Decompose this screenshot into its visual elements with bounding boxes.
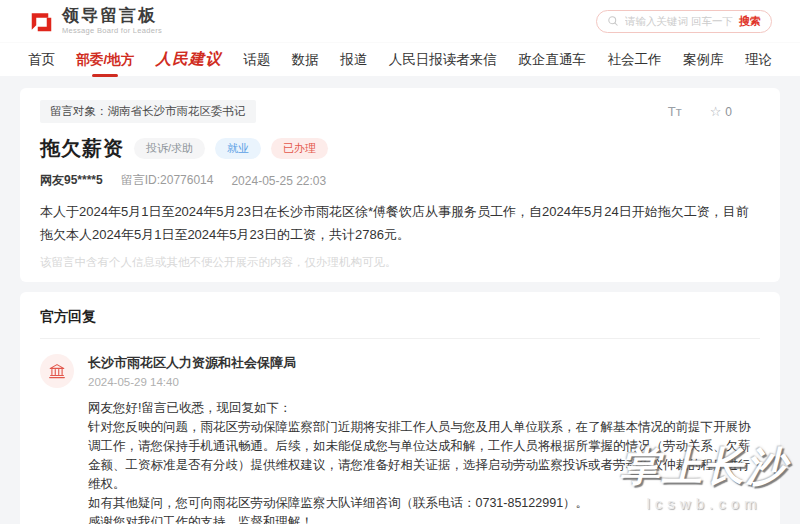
reply-paragraph: 如有其他疑问，您可向雨花区劳动保障监察大队详细咨询（联系电话：0731-8512… xyxy=(88,494,760,513)
reply-paragraph: 网友您好!留言已收悉，现回复如下： xyxy=(88,399,760,418)
reply-item: 长沙市雨花区人力资源和社会保障局 2024-05-29 14:40 网友您好!留… xyxy=(40,354,760,524)
tag-employment-field: 就业 xyxy=(215,138,261,159)
nav-item-data[interactable]: 数据 xyxy=(292,51,319,69)
nav-item-case-library[interactable]: 案例库 xyxy=(683,51,724,69)
favorite-count: 0 xyxy=(725,105,732,119)
logo-title: 领导留言板 xyxy=(62,7,162,26)
reply-paragraph: 针对您反映的问题，雨花区劳动保障监察部门近期将安排工作人员与您及用人单位联系，在… xyxy=(88,418,760,494)
nav-item-theory[interactable]: 理论 xyxy=(745,51,772,69)
logo-subtitle: Message Board for Leaders xyxy=(62,26,162,35)
nav-item-readers-letters[interactable]: 人民日报读者来信 xyxy=(389,51,497,69)
government-building-icon xyxy=(40,354,74,388)
main-nav: 首页 部委/地方 人民建议 话题 数据 报道 人民日报读者来信 政企直通车 社会… xyxy=(0,42,800,76)
official-reply-card: 官方回复 长沙市雨花区人力资源和社会保障局 2024-05-29 14:40 网… xyxy=(20,292,780,524)
search-input[interactable] xyxy=(625,15,733,27)
search-button[interactable]: 搜索 xyxy=(739,14,761,29)
main-content: 留言对象：湖南省长沙市雨花区委书记 Tт ☆ 0 拖欠薪资 投诉/求助 就业 已… xyxy=(0,76,800,524)
nav-item-social-work[interactable]: 社会工作 xyxy=(607,51,661,69)
nav-item-home[interactable]: 首页 xyxy=(28,51,55,69)
site-logo[interactable]: 领导留言板 Message Board for Leaders xyxy=(28,7,162,35)
message-author: 网友95****5 xyxy=(40,172,103,189)
font-size-toggle-icon[interactable]: Tт xyxy=(668,104,682,119)
nav-item-reports[interactable]: 报道 xyxy=(340,51,367,69)
message-body: 本人于2024年5月1日至2024年5月23日在长沙市雨花区徐*傅餐饮店从事服务… xyxy=(40,200,760,246)
tag-complaint-type: 投诉/求助 xyxy=(134,138,205,159)
privacy-note: 该留言中含有个人信息或其他不便公开展示的内容，仅办理机构可见。 xyxy=(40,255,760,270)
speech-bubble-logo-icon xyxy=(28,8,55,35)
message-title: 拖欠薪资 xyxy=(40,135,124,162)
message-id: 留言ID:20776014 xyxy=(121,172,214,189)
message-timestamp: 2024-05-25 22:03 xyxy=(231,174,326,188)
star-icon: ☆ xyxy=(710,104,722,119)
reply-agency-name: 长沙市雨花区人力资源和社会保障局 xyxy=(88,354,760,372)
nav-item-topics[interactable]: 话题 xyxy=(243,51,270,69)
nav-item-people-suggestions[interactable]: 人民建议 xyxy=(156,49,222,70)
search-icon xyxy=(607,15,619,27)
search-box[interactable]: 搜索 xyxy=(596,10,772,33)
message-card: 留言对象：湖南省长沙市雨花区委书记 Tт ☆ 0 拖欠薪资 投诉/求助 就业 已… xyxy=(20,88,780,282)
reply-paragraph: 感谢您对我们工作的支持、监督和理解！ xyxy=(88,513,760,524)
top-header: 领导留言板 Message Board for Leaders 搜索 xyxy=(0,0,800,42)
reply-timestamp: 2024-05-29 14:40 xyxy=(88,376,760,388)
message-target-tag: 留言对象：湖南省长沙市雨花区委书记 xyxy=(40,100,256,123)
reply-section-title: 官方回复 xyxy=(40,304,760,339)
nav-item-ministries-regions[interactable]: 部委/地方 xyxy=(77,51,135,69)
tag-handled-status: 已办理 xyxy=(271,138,328,159)
nav-item-gov-enterprise-express[interactable]: 政企直通车 xyxy=(518,51,586,69)
reply-body: 网友您好!留言已收悉，现回复如下： 针对您反映的问题，雨花区劳动保障监察部门近期… xyxy=(88,399,760,524)
favorite-button[interactable]: ☆ 0 xyxy=(710,104,732,119)
